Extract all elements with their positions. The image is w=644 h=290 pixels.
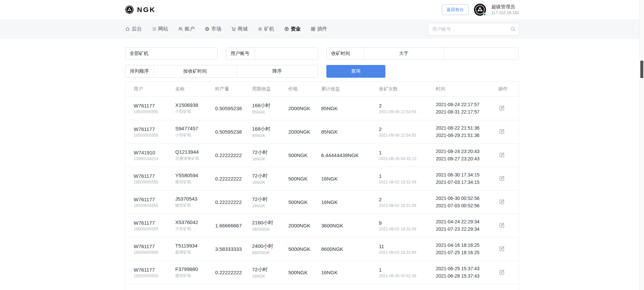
avatar[interactable] [474, 4, 486, 16]
nav-label: 插件 [317, 26, 327, 32]
cell-period-earnings: 72小时 16NGK [252, 173, 288, 185]
user-account-search-input[interactable] [428, 23, 519, 35]
nav-label: 矿机 [264, 26, 274, 32]
cell-cumulative-earnings: 6.44444438NGK [321, 152, 379, 158]
main-content: 全部矿机 用户账号 收矿时间 大于 排列顺序 按收矿时间 降序 查询 用户 名称 [125, 39, 519, 290]
users-icon [178, 26, 183, 31]
machine-type-select[interactable]: 全部矿机 [125, 47, 218, 60]
grid-icon [311, 26, 316, 31]
sort-field-select[interactable]: 按收矿时间 [154, 65, 236, 77]
cell-user: W761177 18500005555 [134, 243, 175, 255]
search-icon[interactable] [510, 26, 516, 32]
cell-harvest-count: 1 2021-08-26 04:33:10 [379, 150, 436, 161]
cell-cumulative-earnings: 16NGK [321, 176, 379, 182]
query-button[interactable]: 查询 [326, 65, 385, 78]
harvest-time-input[interactable] [444, 48, 519, 60]
table-body: W761177 18500005555 X1506938 小型矿机 0.5059… [125, 97, 519, 290]
nav-label: 商城 [238, 26, 248, 32]
cell-harvest-count: 11 2021-08-02 18:31:09 [379, 243, 436, 255]
filter-row-2: 排列顺序 按收矿时间 降序 查询 [125, 65, 519, 78]
cell-time: 2021-08-22 21:51:36 2021-08-29 21:51:36 [436, 125, 498, 139]
edit-icon [499, 152, 505, 158]
cell-hourly-output: 0.22222222 [215, 152, 252, 158]
col-header-total: 累计收益 [321, 86, 379, 92]
filter-row-1: 全部矿机 用户账号 收矿时间 大于 [125, 47, 519, 60]
edit-button[interactable] [498, 245, 505, 252]
edit-button[interactable] [498, 175, 505, 182]
edit-button[interactable] [498, 269, 505, 276]
page-scrollbar-thumb[interactable] [640, 61, 643, 78]
nav-item-funds[interactable]: 资金 [284, 26, 301, 32]
cell-actions [498, 222, 519, 229]
cell-price: 2000NGK [288, 223, 321, 228]
ngk-logo-icon [125, 5, 134, 14]
table-header-row: 用户 名称 时产量 周期收益 价格 累计收益 收矿次数 时间 操作 [125, 82, 519, 97]
edit-button[interactable] [498, 151, 505, 158]
table-row: W761177 18500005555 X1506938 小型矿机 0.5059… [125, 97, 519, 120]
cell-cumulative-earnings: 85NGK [321, 129, 379, 135]
nav-item-accounts[interactable]: 账户 [178, 26, 195, 32]
edit-button[interactable] [498, 128, 505, 135]
cell-name: J5370543 微型矿机 [175, 196, 215, 208]
col-header-period: 周期收益 [252, 86, 288, 92]
nav-items: 后台 网站 账户 市场 [125, 26, 327, 32]
cell-price: 500NGK [288, 270, 321, 275]
col-header-name: 名称 [175, 86, 215, 92]
cell-harvest-count: 2 2021-09-06 22:54:55 [379, 126, 436, 138]
nav-item-plugins[interactable]: 插件 [311, 26, 327, 32]
cell-harvest-count: 1 2021-06-30 00:52:36 [379, 267, 436, 278]
cell-actions [498, 269, 519, 276]
cell-user: W761177 18500005555 [134, 173, 175, 185]
cell-price: 500NGK [288, 152, 321, 158]
table-row: W741910 13080154224 Q1213944 注册体验矿机 0.22… [125, 144, 519, 167]
cell-actions [498, 198, 519, 206]
account-filter-input[interactable] [255, 48, 318, 60]
sort-order-group: 排列顺序 按收矿时间 降序 [125, 65, 318, 78]
edit-icon [499, 269, 505, 275]
nav-item-miners[interactable]: 矿机 [258, 26, 274, 32]
harvest-time-label: 收矿时间 [327, 48, 364, 60]
cell-hourly-output: 0.22222222 [215, 176, 252, 182]
col-header-count: 收矿次数 [379, 86, 436, 92]
nav-item-market[interactable]: 市场 [205, 26, 221, 32]
page-scrollbar-track[interactable] [639, 0, 644, 290]
miners-table: 用户 名称 时产量 周期收益 价格 累计收益 收矿次数 时间 操作 W76117… [125, 81, 519, 290]
edit-icon [499, 222, 505, 228]
edit-button[interactable] [498, 222, 505, 229]
cell-time: 2021-06-30 17:34:15 2021-07-03 17:34:15 [436, 171, 498, 186]
table-row: W761177 18500005555 J5370543 微型矿机 0.2222… [125, 191, 519, 214]
nav-label: 资金 [291, 26, 301, 32]
nav-label: 账户 [185, 26, 195, 32]
compare-operator-select[interactable]: 大于 [364, 48, 444, 60]
cell-price: 2000NGK [288, 105, 321, 111]
nav-item-mall[interactable]: 商城 [231, 26, 248, 32]
nav-search [428, 23, 519, 35]
cell-user: W761177 18500005555 [134, 220, 175, 231]
edit-icon [499, 105, 505, 111]
cell-period-earnings: 2400小时 8600NGK [252, 243, 288, 255]
cell-harvest-count: 9 2021-08-02 18:31:09 [379, 220, 436, 231]
sort-direction-select[interactable]: 降序 [237, 65, 318, 77]
table-row: W761177 18500005555 X5376042 大型矿机 1.6666… [125, 214, 519, 237]
nav-item-website[interactable]: 网站 [152, 26, 168, 32]
brand-logo[interactable]: NGK [125, 5, 156, 14]
cell-user: W761177 18500005555 [134, 197, 175, 208]
home-icon [125, 26, 130, 31]
cell-actions [498, 104, 519, 112]
online-status-dot [483, 13, 486, 16]
edit-button[interactable] [498, 104, 505, 112]
cell-name: X1506938 小型矿机 [175, 102, 215, 115]
cell-actions [498, 151, 519, 159]
cell-time: 2021-08-24 23:20:43 2021-08-27 23:20:43 [436, 148, 498, 162]
table-row: W761177 18500005555 F3799880 微型矿机 0.2222… [125, 261, 519, 284]
cell-name: T5119934 超级矿机 [175, 243, 215, 255]
list-icon [152, 26, 157, 31]
edit-button[interactable] [498, 198, 505, 205]
admin-menu[interactable]: 超级管理员 117.152.16.182 [491, 4, 519, 15]
cell-cumulative-earnings: 3600NGK [321, 223, 379, 228]
nav-item-backend[interactable]: 后台 [125, 26, 142, 32]
cell-time: 2021-04-24 22:29:34 2021-07-23 22:29:34 [436, 218, 498, 233]
cell-harvest-count: 2 2021-09-06 22:54:55 [379, 103, 436, 114]
cell-time: 2021-06-25 15:37:43 2021-06-28 15:37:43 [436, 265, 498, 280]
back-to-front-button[interactable]: 返回前台 [442, 4, 469, 15]
